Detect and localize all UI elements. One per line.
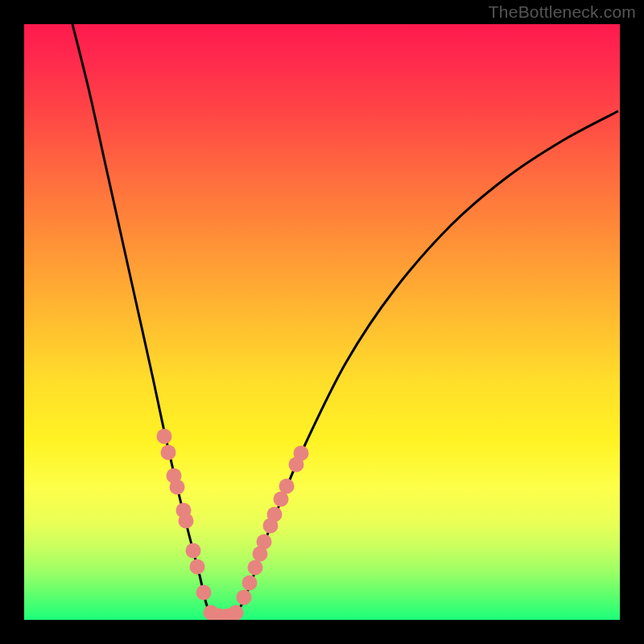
marker-dot [186,543,201,559]
bottleneck-curve-svg [24,24,620,620]
bottleneck-curve-path [72,24,618,616]
marker-dot [294,446,309,461]
marker-dot [242,576,258,591]
marker-dot [248,560,263,576]
marker-dot [190,559,205,575]
marker-dot [196,585,212,601]
marker-dot [237,590,252,605]
outer-black-frame: TheBottleneck.com [0,0,644,644]
marker-dot [179,514,194,529]
marker-dot [229,605,244,621]
marker-dot [257,535,272,550]
marker-dot [279,479,295,494]
marker-dot [157,429,172,444]
marker-dot [170,480,185,495]
watermark-text: TheBottleneck.com [489,2,636,22]
marker-dot [161,445,176,460]
marker-dot [267,507,283,522]
plot-area [24,24,620,620]
marker-group [157,429,309,621]
